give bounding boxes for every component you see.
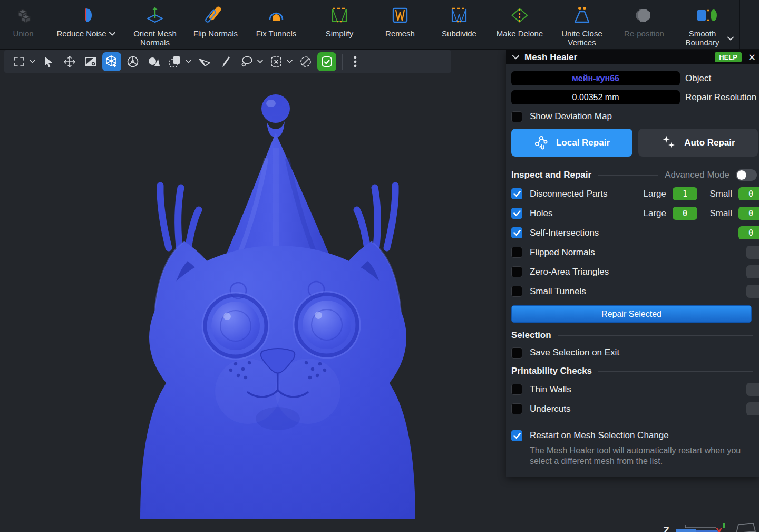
printability-row-undercuts: Undercuts xyxy=(511,399,758,419)
help-button[interactable]: HELP xyxy=(715,52,742,62)
toolbar-button-simplify[interactable]: Simplify xyxy=(308,0,371,49)
deselect-all-icon[interactable] xyxy=(296,52,315,71)
toolbar-label: Subdivide xyxy=(442,30,476,38)
count-badge-empty xyxy=(746,285,759,298)
count-badge-empty xyxy=(746,402,759,415)
inspect-row-holes: Holes Large 0 Small 0 xyxy=(511,204,758,223)
row-label: Small Tunnels xyxy=(530,286,746,297)
collapse-chevron-icon[interactable] xyxy=(512,55,519,60)
large-column-label: Large xyxy=(639,189,666,199)
auto-repair-sparkles-icon xyxy=(661,134,678,151)
self-intersections-checkbox[interactable] xyxy=(511,227,522,238)
local-repair-label: Local Repair xyxy=(556,138,610,148)
count-badge-empty xyxy=(746,246,759,259)
selection-section-title: Selection xyxy=(511,330,551,341)
small-column-label: Small xyxy=(705,189,732,199)
count-badge-empty xyxy=(746,383,759,396)
display-settings-icon[interactable] xyxy=(81,52,100,71)
toolbar-button-union[interactable]: Union xyxy=(0,0,46,49)
thin-walls-checkbox[interactable] xyxy=(511,384,522,395)
orient-mesh-normals-icon xyxy=(144,5,166,26)
object-label: Object xyxy=(685,73,711,84)
small-column-label: Small xyxy=(705,208,732,219)
select-cursor-icon[interactable] xyxy=(39,52,58,71)
inspect-section-title: Inspect and Repair xyxy=(511,170,591,180)
toolbar-label: Remesh xyxy=(385,30,415,38)
brush-select-icon[interactable] xyxy=(216,52,235,71)
toolbar-label: Re-position xyxy=(624,30,664,38)
toolbar-button-flip-normals[interactable]: Flip Normals xyxy=(184,0,247,49)
shapes-select-icon[interactable] xyxy=(144,52,163,71)
duplicate-icon[interactable] xyxy=(166,52,184,71)
restart-row: Restart on Mesh Selection Change xyxy=(511,427,758,444)
lasso-select-icon[interactable] xyxy=(237,52,256,71)
toolbar-button-subdivide[interactable]: Subdivide xyxy=(430,0,489,49)
local-repair-button[interactable]: Local Repair xyxy=(511,129,632,157)
show-deviation-map-checkbox[interactable] xyxy=(511,111,522,122)
toolbar-button-fix-tunnels[interactable]: Fix Tunnels xyxy=(247,0,306,49)
add-mesh-selection-icon[interactable] xyxy=(102,52,121,71)
section-divider xyxy=(506,423,759,423)
chevron-down-icon[interactable] xyxy=(184,60,192,63)
large-count-badge: 0 xyxy=(673,207,697,220)
show-deviation-map-label: Show Deviation Map xyxy=(530,111,612,122)
party-hat xyxy=(225,94,331,271)
toolbar-button-reduce-noise[interactable]: Reduce Noise xyxy=(46,0,125,49)
axis-x-label: X xyxy=(716,527,722,532)
expand-view-icon[interactable] xyxy=(9,52,28,71)
repair-resolution-field[interactable]: 0.00352 mm xyxy=(511,90,680,104)
more-options-icon[interactable] xyxy=(348,52,362,71)
zero-area-triangles-checkbox[interactable] xyxy=(511,266,522,277)
confirm-icon[interactable] xyxy=(317,52,336,71)
row-label: Disconnected Parts xyxy=(530,189,639,199)
fix-tunnels-icon xyxy=(266,5,286,26)
restart-label: Restart on Mesh Selection Change xyxy=(530,430,669,441)
advanced-mode-toggle[interactable] xyxy=(736,169,757,181)
toolbar-button-re-position[interactable]: Re-position xyxy=(613,0,675,49)
selection-section-header: Selection xyxy=(511,330,758,341)
toolbar-button-make-delone[interactable]: Make Delone xyxy=(489,0,551,49)
large-count-badge: 1 xyxy=(673,187,697,200)
object-row: мейн-кун66 Object xyxy=(511,71,758,85)
toolbar-button-smooth-boundary[interactable]: Smooth Boundary xyxy=(675,0,738,49)
axis-z-label: Z xyxy=(663,525,669,532)
panel-header: Mesh Healer HELP ✕ xyxy=(506,50,759,64)
chevron-down-icon[interactable] xyxy=(28,60,36,63)
save-selection-checkbox[interactable] xyxy=(511,347,522,359)
row-label: Flipped Normals xyxy=(530,247,746,258)
repair-resolution-row: 0.00352 mm Repair Resolution xyxy=(511,90,758,104)
toolbar-label: Flip Normals xyxy=(193,30,238,38)
orbit-icon[interactable] xyxy=(123,52,142,71)
undercuts-checkbox[interactable] xyxy=(511,403,522,414)
small-tunnels-checkbox[interactable] xyxy=(511,286,522,297)
chevron-down-icon[interactable] xyxy=(286,60,293,63)
toolbar-button-unite-close-vertices[interactable]: Unite Close Vertices xyxy=(551,0,613,49)
restart-checkbox[interactable] xyxy=(511,430,522,441)
toolbar-label: Orient Mesh Normals xyxy=(125,30,184,47)
flipped-normals-checkbox[interactable] xyxy=(511,247,522,258)
toolbar-button-remesh[interactable]: Remesh xyxy=(371,0,430,49)
panel-title: Mesh Healer xyxy=(524,52,577,63)
inspect-row-flipped-normals: Flipped Normals xyxy=(511,243,758,262)
plane-cut-icon[interactable] xyxy=(195,52,214,71)
auto-repair-button[interactable]: Auto Repair xyxy=(638,129,758,157)
toolbar-label: Simplify xyxy=(326,30,354,38)
mesh-healer-app: { "colors": { "accent_blue": "#2f96f5", … xyxy=(0,0,759,532)
disconnected-parts-checkbox[interactable] xyxy=(511,188,522,199)
count-badge-empty xyxy=(746,265,759,278)
cat-eye-left xyxy=(202,293,269,359)
toolbar-label: Make Delone xyxy=(497,30,543,38)
toolbar-button-orient-mesh-normals[interactable]: Orient Mesh Normals xyxy=(125,0,184,49)
move-icon[interactable] xyxy=(60,52,79,71)
unite-close-vertices-icon xyxy=(572,5,591,26)
repair-selected-button[interactable]: Repair Selected xyxy=(511,305,752,323)
chevron-down-icon[interactable] xyxy=(256,60,264,63)
deselect-region-icon[interactable] xyxy=(267,52,286,71)
toolbar-divider xyxy=(342,54,343,70)
holes-checkbox[interactable] xyxy=(511,208,522,219)
selection-toolbar xyxy=(4,50,451,73)
flip-normals-icon xyxy=(205,5,226,26)
close-icon[interactable]: ✕ xyxy=(747,52,757,63)
simplify-icon xyxy=(330,5,349,26)
object-name-field[interactable]: мейн-кун66 xyxy=(511,71,680,85)
